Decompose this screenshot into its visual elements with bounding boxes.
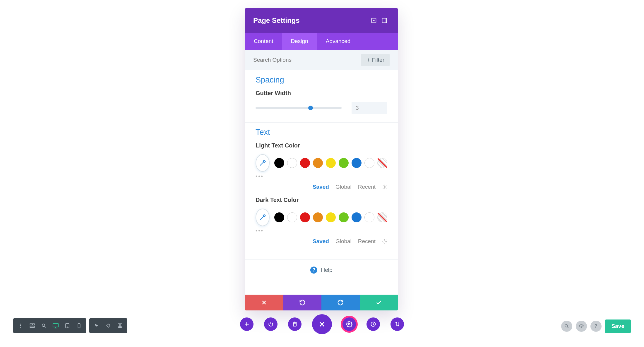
color-swatch[interactable] — [300, 212, 310, 222]
no-color-swatch[interactable] — [377, 158, 387, 168]
color-swatch[interactable] — [274, 212, 284, 222]
svg-point-9 — [20, 325, 21, 326]
color-swatch[interactable] — [300, 158, 310, 168]
save-button[interactable]: Save — [605, 319, 631, 333]
search-bar: Filter — [245, 50, 398, 70]
help-button[interactable]: ? — [590, 321, 602, 332]
sort-button[interactable] — [390, 317, 404, 331]
meta-toolbar: ? Save — [561, 319, 631, 333]
history-button[interactable] — [366, 317, 380, 331]
zoom-icon[interactable] — [38, 320, 50, 331]
section-text-heading: Text — [256, 128, 387, 137]
palette-tab-recent[interactable]: Recent — [358, 184, 376, 190]
sparkle-icon[interactable] — [102, 320, 114, 331]
svg-line-38 — [567, 327, 568, 328]
gutter-width-value[interactable] — [352, 102, 387, 114]
palette-tab-recent[interactable]: Recent — [358, 238, 376, 245]
phone-icon[interactable] — [73, 320, 85, 331]
color-swatch[interactable] — [274, 158, 284, 168]
close-button[interactable] — [312, 314, 332, 334]
panel-right-icon[interactable] — [379, 15, 390, 26]
screen-icon[interactable] — [369, 15, 379, 26]
svg-rect-11 — [30, 324, 32, 325]
color-swatch[interactable] — [287, 158, 297, 168]
color-swatch[interactable] — [287, 212, 297, 222]
gutter-width-slider[interactable] — [256, 107, 342, 109]
gear-icon[interactable] — [382, 184, 387, 190]
tab-content[interactable]: Content — [245, 33, 282, 50]
grid-icon[interactable] — [114, 320, 126, 331]
light-text-color-label: Light Text Color — [256, 142, 387, 149]
svg-point-37 — [565, 324, 568, 327]
add-button[interactable] — [240, 317, 254, 331]
slider-thumb[interactable] — [308, 106, 313, 110]
menu-dots-icon[interactable] — [15, 320, 26, 331]
svg-marker-39 — [579, 324, 583, 327]
color-swatch[interactable] — [326, 212, 336, 222]
filter-button[interactable]: Filter — [361, 54, 390, 66]
palette-tab-saved[interactable]: Saved — [313, 238, 329, 245]
svg-point-35 — [348, 323, 350, 325]
dark-text-color-label: Dark Text Color — [256, 197, 387, 203]
eyedropper-button[interactable] — [256, 209, 270, 226]
no-color-swatch[interactable] — [377, 212, 387, 222]
svg-point-6 — [384, 186, 386, 188]
more-dots-icon[interactable]: ••• — [256, 173, 387, 180]
svg-rect-23 — [118, 324, 122, 328]
action-toolbar — [240, 314, 404, 334]
svg-rect-30 — [293, 323, 296, 326]
view-group-two — [89, 318, 127, 333]
undo-button[interactable] — [283, 295, 322, 310]
gear-icon[interactable] — [382, 239, 387, 244]
color-swatch[interactable] — [339, 212, 349, 222]
svg-rect-12 — [32, 324, 35, 325]
palette-tab-global[interactable]: Global — [335, 238, 352, 245]
wireframe-icon[interactable] — [26, 320, 38, 331]
modal-title: Page Settings — [253, 16, 369, 25]
settings-button[interactable] — [342, 317, 356, 331]
modal-tabs: Content Design Advanced — [245, 33, 398, 50]
help-link[interactable]: ? Help — [245, 260, 398, 281]
svg-point-10 — [20, 327, 21, 328]
svg-point-20 — [67, 327, 68, 327]
color-swatch[interactable] — [339, 158, 349, 168]
eyedropper-button[interactable] — [256, 154, 270, 172]
search-button[interactable] — [561, 321, 572, 332]
modal-footer — [245, 295, 398, 310]
svg-point-22 — [79, 327, 79, 328]
tablet-icon[interactable] — [61, 320, 73, 331]
color-swatch[interactable] — [313, 212, 323, 222]
cancel-button[interactable] — [245, 295, 283, 310]
view-toolbar — [13, 318, 127, 333]
light-palette-tabs: Saved Global Recent — [256, 184, 387, 190]
color-swatch[interactable] — [313, 158, 323, 168]
section-spacing-heading: Spacing — [256, 75, 387, 85]
more-dots-icon[interactable]: ••• — [256, 228, 387, 234]
gutter-width-label: Gutter Width — [256, 90, 387, 97]
view-group-one — [13, 318, 86, 333]
palette-tab-saved[interactable]: Saved — [313, 184, 329, 190]
color-swatch[interactable] — [364, 158, 374, 168]
help-icon: ? — [310, 267, 317, 274]
trash-button[interactable] — [288, 317, 302, 331]
confirm-button[interactable] — [360, 295, 398, 310]
svg-point-1 — [373, 20, 374, 21]
svg-point-7 — [384, 241, 386, 242]
color-swatch[interactable] — [352, 158, 362, 168]
layers-button[interactable] — [576, 321, 587, 332]
desktop-icon[interactable] — [50, 320, 61, 331]
svg-point-8 — [20, 324, 21, 324]
color-swatch[interactable] — [364, 212, 374, 222]
dark-swatches — [274, 212, 387, 222]
svg-point-14 — [42, 324, 45, 327]
color-swatch[interactable] — [352, 212, 362, 222]
color-swatch[interactable] — [326, 158, 336, 168]
cursor-icon[interactable] — [91, 320, 102, 331]
palette-tab-global[interactable]: Global — [335, 184, 352, 190]
svg-rect-13 — [30, 326, 35, 328]
search-input[interactable] — [253, 57, 361, 63]
tab-advanced[interactable]: Advanced — [317, 33, 359, 50]
tab-design[interactable]: Design — [282, 33, 317, 50]
power-button[interactable] — [264, 317, 278, 331]
redo-button[interactable] — [321, 295, 360, 310]
